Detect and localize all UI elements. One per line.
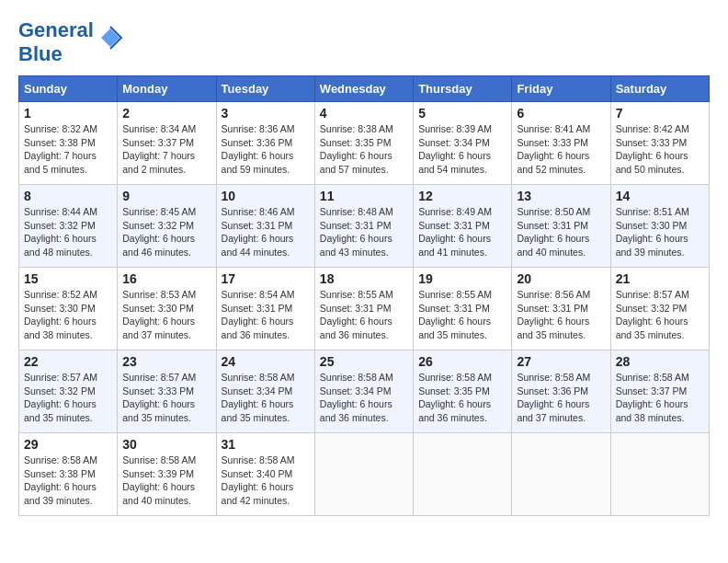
day-number: 16: [122, 271, 210, 286]
day-detail: Sunrise: 8:36 AMSunset: 3:36 PMDaylight:…: [222, 122, 310, 177]
calendar-day-29: 29Sunrise: 8:58 AMSunset: 3:38 PMDayligh…: [19, 433, 118, 516]
calendar-day-30: 30Sunrise: 8:58 AMSunset: 3:39 PMDayligh…: [118, 433, 216, 516]
calendar-day-13: 13Sunrise: 8:50 AMSunset: 3:31 PMDayligh…: [512, 185, 610, 268]
day-number: 6: [517, 106, 605, 121]
weekday-header-saturday: Saturday: [610, 76, 709, 102]
calendar-week-1: 1Sunrise: 8:32 AMSunset: 3:38 PMDaylight…: [19, 102, 710, 185]
day-detail: Sunrise: 8:49 AMSunset: 3:31 PMDaylight:…: [418, 205, 506, 259]
calendar-day-5: 5Sunrise: 8:39 AMSunset: 3:34 PMDaylight…: [414, 102, 512, 185]
day-detail: Sunrise: 8:50 AMSunset: 3:31 PMDaylight:…: [517, 205, 605, 259]
empty-cell: [512, 433, 610, 516]
day-number: 9: [122, 189, 210, 203]
logo: General Blue: [18, 18, 123, 66]
calendar-day-28: 28Sunrise: 8:58 AMSunset: 3:37 PMDayligh…: [610, 350, 709, 433]
day-number: 14: [616, 189, 704, 203]
day-number: 13: [517, 189, 605, 203]
calendar-week-3: 15Sunrise: 8:52 AMSunset: 3:30 PMDayligh…: [19, 268, 710, 350]
day-number: 15: [24, 271, 112, 286]
calendar-day-21: 21Sunrise: 8:57 AMSunset: 3:32 PMDayligh…: [610, 268, 709, 350]
day-number: 17: [222, 271, 310, 286]
calendar-day-10: 10Sunrise: 8:46 AMSunset: 3:31 PMDayligh…: [216, 185, 314, 268]
day-detail: Sunrise: 8:38 AMSunset: 3:35 PMDaylight:…: [320, 122, 408, 177]
day-detail: Sunrise: 8:58 AMSunset: 3:39 PMDaylight:…: [122, 454, 210, 508]
day-number: 24: [222, 354, 310, 369]
calendar-day-19: 19Sunrise: 8:55 AMSunset: 3:31 PMDayligh…: [414, 268, 512, 350]
calendar-day-18: 18Sunrise: 8:55 AMSunset: 3:31 PMDayligh…: [314, 268, 413, 350]
day-number: 27: [517, 354, 605, 369]
weekday-header-friday: Friday: [512, 76, 610, 102]
day-number: 5: [418, 106, 506, 121]
day-number: 19: [418, 271, 506, 286]
calendar-day-4: 4Sunrise: 8:38 AMSunset: 3:35 PMDaylight…: [314, 102, 413, 185]
calendar-day-15: 15Sunrise: 8:52 AMSunset: 3:30 PMDayligh…: [19, 268, 118, 350]
logo-icon: [97, 25, 123, 51]
calendar-day-8: 8Sunrise: 8:44 AMSunset: 3:32 PMDaylight…: [19, 185, 118, 268]
day-number: 22: [24, 354, 112, 369]
empty-cell: [414, 433, 512, 516]
day-detail: Sunrise: 8:58 AMSunset: 3:36 PMDaylight:…: [517, 371, 605, 425]
day-detail: Sunrise: 8:58 AMSunset: 3:37 PMDaylight:…: [616, 371, 704, 425]
day-number: 8: [24, 189, 112, 203]
day-detail: Sunrise: 8:42 AMSunset: 3:33 PMDaylight:…: [616, 122, 704, 177]
day-number: 29: [24, 437, 112, 452]
day-detail: Sunrise: 8:52 AMSunset: 3:30 PMDaylight:…: [24, 288, 112, 342]
calendar-day-31: 31Sunrise: 8:58 AMSunset: 3:40 PMDayligh…: [216, 433, 314, 516]
calendar-day-16: 16Sunrise: 8:53 AMSunset: 3:30 PMDayligh…: [118, 268, 216, 350]
day-detail: Sunrise: 8:34 AMSunset: 3:37 PMDaylight:…: [122, 122, 210, 177]
calendar-week-2: 8Sunrise: 8:44 AMSunset: 3:32 PMDaylight…: [19, 185, 710, 268]
weekday-header-monday: Monday: [118, 76, 216, 102]
calendar-body: 1Sunrise: 8:32 AMSunset: 3:38 PMDaylight…: [19, 102, 710, 516]
calendar-day-1: 1Sunrise: 8:32 AMSunset: 3:38 PMDaylight…: [19, 102, 118, 185]
day-detail: Sunrise: 8:57 AMSunset: 3:33 PMDaylight:…: [122, 371, 210, 425]
day-detail: Sunrise: 8:58 AMSunset: 3:35 PMDaylight:…: [418, 371, 506, 425]
day-number: 28: [616, 354, 704, 369]
weekday-header-tuesday: Tuesday: [216, 76, 314, 102]
day-number: 3: [222, 106, 310, 121]
calendar-day-9: 9Sunrise: 8:45 AMSunset: 3:32 PMDaylight…: [118, 185, 216, 268]
day-number: 20: [517, 271, 605, 286]
calendar-day-22: 22Sunrise: 8:57 AMSunset: 3:32 PMDayligh…: [19, 350, 118, 433]
calendar-day-7: 7Sunrise: 8:42 AMSunset: 3:33 PMDaylight…: [610, 102, 709, 185]
day-number: 25: [320, 354, 408, 369]
calendar-day-14: 14Sunrise: 8:51 AMSunset: 3:30 PMDayligh…: [610, 185, 709, 268]
day-detail: Sunrise: 8:39 AMSunset: 3:34 PMDaylight:…: [418, 122, 506, 177]
day-number: 21: [616, 271, 704, 286]
day-detail: Sunrise: 8:55 AMSunset: 3:31 PMDaylight:…: [418, 288, 506, 342]
day-number: 26: [418, 354, 506, 369]
day-number: 18: [320, 271, 408, 286]
weekday-header-thursday: Thursday: [414, 76, 512, 102]
day-number: 31: [222, 437, 310, 452]
day-detail: Sunrise: 8:58 AMSunset: 3:34 PMDaylight:…: [320, 371, 408, 425]
weekday-header-wednesday: Wednesday: [314, 76, 413, 102]
day-number: 2: [122, 106, 210, 121]
day-detail: Sunrise: 8:53 AMSunset: 3:30 PMDaylight:…: [122, 288, 210, 342]
calendar-day-17: 17Sunrise: 8:54 AMSunset: 3:31 PMDayligh…: [216, 268, 314, 350]
day-detail: Sunrise: 8:57 AMSunset: 3:32 PMDaylight:…: [616, 288, 704, 342]
empty-cell: [610, 433, 709, 516]
day-detail: Sunrise: 8:41 AMSunset: 3:33 PMDaylight:…: [517, 122, 605, 177]
calendar-week-4: 22Sunrise: 8:57 AMSunset: 3:32 PMDayligh…: [19, 350, 710, 433]
day-detail: Sunrise: 8:57 AMSunset: 3:32 PMDaylight:…: [24, 371, 112, 425]
day-number: 12: [418, 189, 506, 203]
calendar-day-12: 12Sunrise: 8:49 AMSunset: 3:31 PMDayligh…: [414, 185, 512, 268]
day-detail: Sunrise: 8:48 AMSunset: 3:31 PMDaylight:…: [320, 205, 408, 259]
day-number: 4: [320, 106, 408, 121]
day-detail: Sunrise: 8:32 AMSunset: 3:38 PMDaylight:…: [24, 122, 112, 177]
day-number: 7: [616, 106, 704, 121]
calendar-header-row: SundayMondayTuesdayWednesdayThursdayFrid…: [19, 76, 710, 102]
calendar-day-20: 20Sunrise: 8:56 AMSunset: 3:31 PMDayligh…: [512, 268, 610, 350]
day-number: 1: [24, 106, 112, 121]
day-detail: Sunrise: 8:51 AMSunset: 3:30 PMDaylight:…: [616, 205, 704, 259]
logo-text: General Blue: [18, 18, 94, 66]
calendar-day-25: 25Sunrise: 8:58 AMSunset: 3:34 PMDayligh…: [314, 350, 413, 433]
empty-cell: [314, 433, 413, 516]
calendar-day-23: 23Sunrise: 8:57 AMSunset: 3:33 PMDayligh…: [118, 350, 216, 433]
calendar-day-11: 11Sunrise: 8:48 AMSunset: 3:31 PMDayligh…: [314, 185, 413, 268]
calendar-day-3: 3Sunrise: 8:36 AMSunset: 3:36 PMDaylight…: [216, 102, 314, 185]
calendar-week-5: 29Sunrise: 8:58 AMSunset: 3:38 PMDayligh…: [19, 433, 710, 516]
day-detail: Sunrise: 8:44 AMSunset: 3:32 PMDaylight:…: [24, 205, 112, 259]
day-detail: Sunrise: 8:56 AMSunset: 3:31 PMDaylight:…: [517, 288, 605, 342]
day-detail: Sunrise: 8:58 AMSunset: 3:34 PMDaylight:…: [222, 371, 310, 425]
calendar-table: SundayMondayTuesdayWednesdayThursdayFrid…: [18, 75, 710, 516]
calendar-day-24: 24Sunrise: 8:58 AMSunset: 3:34 PMDayligh…: [216, 350, 314, 433]
